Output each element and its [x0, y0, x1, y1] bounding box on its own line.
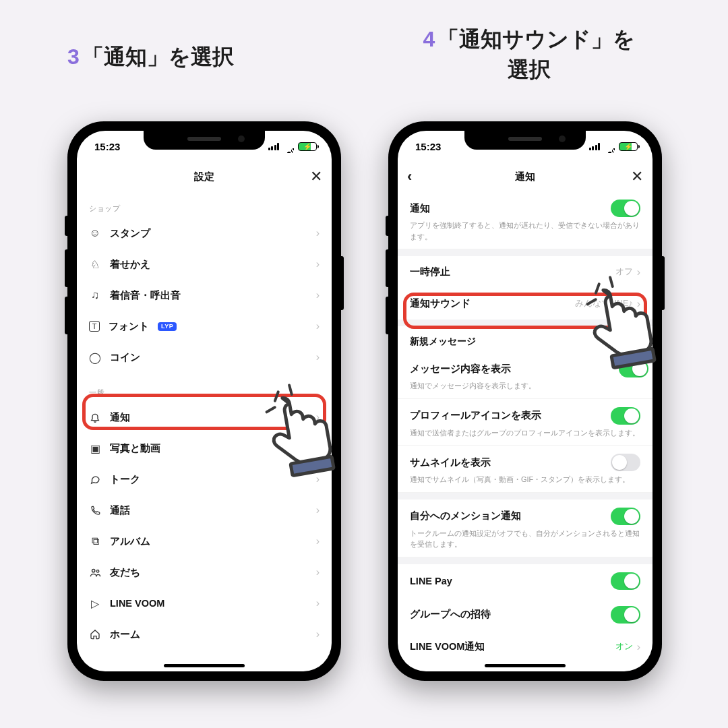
settings-list: ショップ ☺スタンプ › ♘着せかえ › ♫着信音・呼出音 › TフォントLYP… [77, 191, 332, 671]
row-group-invite[interactable]: グループへの招待 [398, 598, 653, 632]
photo-icon: ▣ [89, 442, 101, 455]
status-icons: ⚡ [589, 142, 638, 151]
setting-title: プロフィールアイコンを表示 [410, 409, 541, 422]
coin-icon: ◯ [89, 351, 101, 364]
notch [464, 131, 586, 150]
row-sound[interactable]: 通知サウンド みんなでLINE♪› [398, 288, 653, 320]
row-coin[interactable]: ◯コイン › [77, 342, 332, 373]
row-label: LINE VOOM [110, 598, 164, 609]
notch [144, 131, 265, 150]
toggle-profile-icon[interactable] [611, 407, 640, 425]
battery-icon: ⚡ [298, 142, 317, 151]
row-friends[interactable]: 友だち › [77, 557, 332, 588]
row-label: スタンプ [110, 227, 150, 240]
album-icon: ⧉ [89, 535, 101, 547]
chat-icon [89, 474, 101, 485]
setting-desc: 通知でサムネイル（写真・動画・GIF・スタンプ）を表示します。 [410, 474, 640, 485]
row-notify[interactable]: 通知 › [77, 402, 332, 433]
page-title: 通知 [515, 171, 535, 183]
chevron-right-icon: › [316, 411, 320, 423]
toggle-linepay[interactable] [611, 572, 640, 590]
home-icon [89, 629, 101, 640]
divider [398, 249, 653, 256]
setting-desc: トークルームの通知設定がオフでも、自分がメンションされると通知を受信します。 [410, 528, 640, 550]
row-label: 友だち [110, 566, 140, 579]
close-icon[interactable]: ✕ [310, 168, 322, 185]
row-pause[interactable]: 一時停止 オフ› [398, 256, 653, 288]
row-talk[interactable]: トーク › [77, 464, 332, 495]
caption-step3: 3「通知」を選択 [67, 42, 234, 72]
wifi-icon [604, 142, 615, 150]
bell-icon [89, 412, 101, 423]
toggle-notify[interactable] [611, 200, 640, 217]
chevron-right-icon: › [316, 289, 320, 301]
setting-desc: 通知でメッセージ内容を表示します。 [410, 380, 640, 392]
row-label: 通知サウンド [410, 297, 471, 310]
phone-frame-left: 15:23 ⚡ 設定 ✕ ショップ ☺スタンプ › ♘着せかえ › ♫着信音・呼… [67, 121, 341, 681]
chevron-right-icon: › [316, 473, 320, 485]
row-label: 着信音・呼出音 [110, 289, 181, 302]
row-linepay[interactable]: LINE Pay [398, 564, 653, 598]
toggle-group-invite[interactable] [611, 606, 640, 624]
chevron-right-icon: › [316, 628, 320, 640]
chevron-right-icon: › [637, 266, 640, 278]
row-call[interactable]: 通話 › [77, 495, 332, 526]
lyp-badge: LYP [158, 322, 177, 331]
setting-title: サムネイルを表示 [410, 456, 491, 469]
row-home[interactable]: ホーム › [77, 619, 332, 650]
divider [398, 557, 653, 564]
chevron-right-icon: › [316, 504, 320, 516]
setting-title: 通知 [410, 202, 430, 215]
row-stamp[interactable]: ☺スタンプ › [77, 218, 332, 249]
status-icons: ⚡ [268, 142, 317, 151]
page-title: 設定 [194, 171, 214, 183]
screen-right: 15:23 ⚡ ‹ 通知 ✕ 通知 アプリを強制終了すると、通知が遅れたり、受信… [398, 131, 653, 671]
section-newmsg: 新規メッセージ [398, 320, 653, 352]
row-label: 通知 [110, 411, 130, 424]
step-number: 3 [67, 44, 80, 69]
row-ringtone[interactable]: ♫着信音・呼出音 › [77, 280, 332, 311]
row-theme[interactable]: ♘着せかえ › [77, 249, 332, 280]
svg-point-1 [96, 570, 99, 572]
back-icon[interactable]: ‹ [407, 168, 412, 185]
step-text: 「通知」を選択 [82, 44, 234, 69]
toggle-mention[interactable] [611, 508, 640, 525]
close-icon[interactable]: ✕ [631, 168, 643, 185]
row-voom[interactable]: ▷LINE VOOM › [77, 588, 332, 619]
toggle-msg-content[interactable] [619, 360, 648, 377]
chevron-right-icon: › [316, 597, 320, 609]
smile-icon: ☺ [89, 227, 101, 239]
row-label: 着せかえ [110, 258, 150, 271]
step-text: 「通知サウンド」を [437, 27, 635, 51]
toggle-thumbnail[interactable] [611, 454, 640, 471]
row-font[interactable]: TフォントLYP › [77, 311, 332, 342]
row-photo[interactable]: ▣写真と動画 › [77, 433, 332, 464]
row-label: 一時停止 [410, 266, 450, 278]
section-general: 一般 [77, 373, 332, 402]
setting-title: メッセージ内容を表示 [410, 363, 511, 375]
section-shop: ショップ [77, 191, 332, 218]
setting-title: 自分へのメンション通知 [410, 510, 521, 522]
divider [398, 493, 653, 499]
chevron-right-icon: › [316, 535, 320, 547]
row-label: ホーム [110, 628, 140, 641]
friends-icon [89, 568, 101, 578]
svg-point-0 [92, 569, 94, 572]
row-label: コイン [110, 351, 140, 364]
row-voom-notify[interactable]: LINE VOOM通知 オン› [398, 632, 653, 663]
step-text-line2: 選択 [508, 57, 551, 82]
notify-settings-list: 通知 アプリを強制終了すると、通知が遅れたり、受信できない場合があります。 一時… [398, 191, 653, 671]
row-label: グループへの招待 [410, 608, 491, 621]
row-value: オフ [615, 266, 633, 278]
chevron-right-icon: › [316, 442, 320, 454]
cellular-icon [589, 143, 601, 150]
row-album[interactable]: ⧉アルバム › [77, 526, 332, 557]
chevron-right-icon: › [637, 641, 640, 653]
play-icon: ▷ [89, 597, 101, 610]
status-time: 15:23 [94, 141, 120, 152]
phone-icon [89, 506, 101, 516]
row-value: オン [615, 641, 633, 653]
phone-frame-right: 15:23 ⚡ ‹ 通知 ✕ 通知 アプリを強制終了すると、通知が遅れたり、受信… [388, 121, 662, 681]
row-label: 写真と動画 [110, 442, 160, 455]
setting-thumbnail: サムネイルを表示 通知でサムネイル（写真・動画・GIF・スタンプ）を表示します。 [398, 446, 653, 493]
